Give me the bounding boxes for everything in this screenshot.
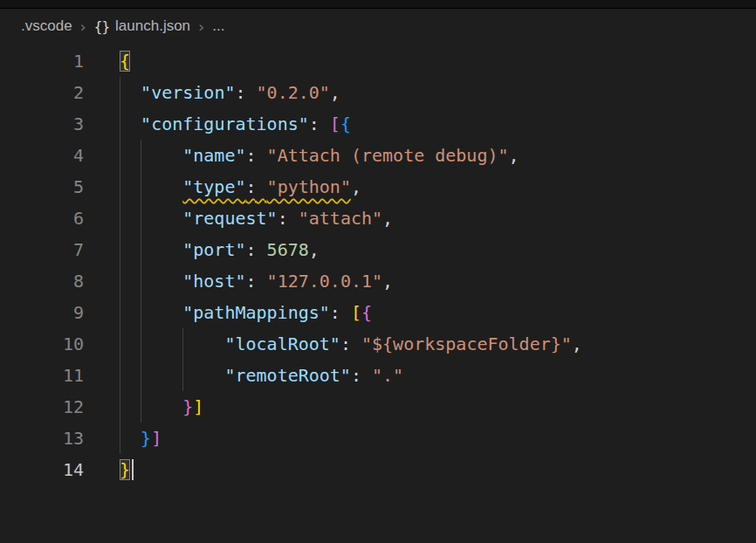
code-token [120,113,141,134]
code-line-content[interactable]: { [120,45,130,77]
code-token: "0.2.0" [257,82,330,103]
code-lines: 1{2 "version": "0.2.0",3 "configurations… [23,45,756,485]
code-token: : [278,208,299,229]
code-token: ] [151,428,162,449]
code-token [120,428,141,449]
code-token: "pathMappings" [182,302,330,323]
code-line-content[interactable]: "version": "0.2.0", [120,77,340,108]
code-token: "." [372,365,403,386]
line-number[interactable]: 4 [23,140,84,171]
code-line-content[interactable]: "request": "attach", [120,203,393,234]
line-number[interactable]: 5 [23,171,84,203]
line-number[interactable]: 13 [23,423,84,454]
code-token [120,396,182,417]
code-token: } [120,459,130,480]
code-token: : [309,113,330,134]
code-token: "version" [141,82,235,103]
breadcrumb-symbol-more[interactable]: ... [212,17,224,35]
line-number[interactable]: 9 [23,297,84,328]
code-line[interactable]: 4 "name": "Attach (remote debug)", [23,140,756,171]
breadcrumb-file-label: launch.json [115,17,190,35]
code-token: , [351,176,361,197]
code-token: , [330,82,340,103]
line-number[interactable]: 2 [23,77,84,108]
code-token: } [141,428,151,449]
code-line[interactable]: 5 "type": "python", [23,171,756,203]
code-token: "Attach (remote debug)" [267,145,509,166]
code-line-content[interactable]: "host": "127.0.0.1", [120,265,393,297]
code-line[interactable]: 3 "configurations": [{ [23,108,756,140]
code-line[interactable]: 9 "pathMappings": [{ [23,297,756,328]
code-token: , [309,239,320,260]
code-line-content[interactable]: }] [120,423,162,454]
code-token: "remoteRoot" [224,365,351,386]
line-number[interactable]: 7 [23,234,84,265]
code-token: ] [193,396,203,417]
line-number[interactable]: 1 [23,45,84,77]
chevron-right-icon: › [80,17,86,36]
code-token: : [330,302,351,323]
window-top-strip [0,0,756,9]
json-file-icon: {} [94,18,109,35]
code-line-content[interactable]: }] [120,391,203,423]
code-line[interactable]: 6 "request": "attach", [23,203,756,234]
chevron-right-icon: › [198,17,204,36]
line-number[interactable]: 12 [23,391,84,423]
code-line-content[interactable]: "configurations": [{ [120,108,351,140]
code-line[interactable]: 10 "localRoot": "${workspaceFolder}", [23,328,756,360]
code-line[interactable]: 8 "host": "127.0.0.1", [23,265,756,297]
code-line-content[interactable]: "pathMappings": [{ [120,297,372,328]
code-token: { [340,113,351,134]
code-line[interactable]: 2 "version": "0.2.0", [23,77,756,108]
code-token: : [246,271,267,292]
line-number[interactable]: 6 [23,203,84,234]
code-token: "configurations" [141,113,309,134]
code-line-content[interactable]: "name": "Attach (remote debug)", [120,140,519,171]
code-token: 5678 [267,239,309,260]
code-token: { [120,51,130,72]
breadcrumb-folder[interactable]: .vscode [21,17,72,35]
code-token: : [235,82,256,103]
code-token: : [246,145,267,166]
line-number[interactable]: 8 [23,265,84,297]
text-cursor [132,459,134,480]
line-number[interactable]: 3 [23,108,84,140]
code-token: [ [351,302,361,323]
code-token [120,208,182,229]
code-line-content[interactable]: "remoteRoot": "." [120,360,403,391]
code-line[interactable]: 12 }] [23,391,756,423]
code-token [120,176,182,197]
code-token: : [340,333,361,354]
code-token: "host" [182,271,245,292]
code-token: [ [330,113,340,134]
code-token: , [382,271,393,292]
code-token: , [382,208,393,229]
code-line[interactable]: 14} [23,454,756,485]
breadcrumb-file[interactable]: {} launch.json [94,17,190,35]
code-token: , [509,145,519,166]
code-line[interactable]: 7 "port": 5678, [23,234,756,265]
code-line-content[interactable]: "type": "python", [120,171,361,203]
code-token [120,82,141,103]
code-token [120,145,182,166]
code-token [120,365,224,386]
code-token: , [572,333,582,354]
code-line-content[interactable]: } [120,454,134,485]
code-token: "attach" [299,208,382,229]
editor[interactable]: 1{2 "version": "0.2.0",3 "configurations… [0,44,756,485]
code-line-content[interactable]: "port": 5678, [120,234,320,265]
code-token: "type" [182,176,245,197]
line-number[interactable]: 10 [23,328,84,360]
line-number[interactable]: 14 [23,454,84,485]
code-line-content[interactable]: "localRoot": "${workspaceFolder}", [120,328,582,360]
code-token: "localRoot" [224,333,340,354]
code-line[interactable]: 11 "remoteRoot": "." [23,360,756,391]
code-token [120,239,182,260]
code-token: "request" [182,208,277,229]
code-line[interactable]: 13 }] [23,423,756,454]
code-token: : [351,365,372,386]
line-number[interactable]: 11 [23,360,84,391]
code-line[interactable]: 1{ [23,45,756,77]
code-token [120,333,224,354]
code-token: { [361,302,372,323]
